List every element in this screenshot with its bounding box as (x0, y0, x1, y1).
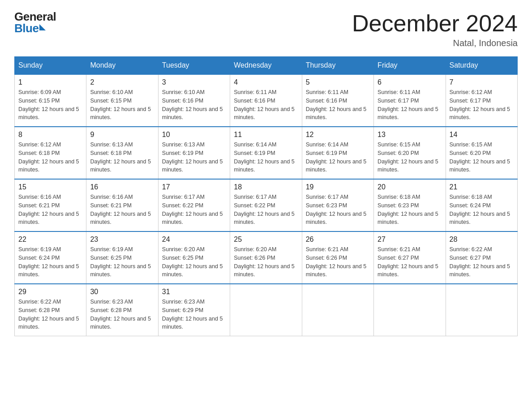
day-number: 1 (18, 78, 82, 86)
calendar-cell: 10Sunrise: 6:13 AMSunset: 6:19 PMDayligh… (158, 127, 230, 179)
calendar-cell: 6Sunrise: 6:11 AMSunset: 6:17 PMDaylight… (374, 74, 446, 127)
calendar-cell: 16Sunrise: 6:16 AMSunset: 6:21 PMDayligh… (86, 179, 158, 231)
day-number: 13 (378, 131, 442, 139)
calendar-cell: 19Sunrise: 6:17 AMSunset: 6:23 PMDayligh… (302, 179, 373, 231)
day-number: 17 (162, 183, 226, 191)
day-info: Sunrise: 6:19 AMSunset: 6:24 PMDaylight:… (18, 245, 82, 279)
calendar-cell: 26Sunrise: 6:21 AMSunset: 6:26 PMDayligh… (302, 231, 373, 284)
calendar-header-sunday: Sunday (15, 57, 86, 75)
page-header: General Blue December 2024 Natal, Indone… (14, 11, 518, 48)
calendar-cell: 13Sunrise: 6:15 AMSunset: 6:20 PMDayligh… (374, 127, 446, 179)
calendar-cell: 28Sunrise: 6:22 AMSunset: 6:27 PMDayligh… (446, 231, 517, 284)
logo-blue: Blue (14, 22, 39, 34)
day-info: Sunrise: 6:14 AMSunset: 6:19 PMDaylight:… (306, 141, 370, 174)
day-number: 6 (378, 78, 442, 86)
day-number: 3 (162, 78, 226, 86)
calendar-cell: 20Sunrise: 6:18 AMSunset: 6:23 PMDayligh… (374, 179, 446, 231)
location-subtitle: Natal, Indonesia (352, 38, 518, 48)
day-number: 7 (450, 78, 514, 86)
week-row-3: 15Sunrise: 6:16 AMSunset: 6:21 PMDayligh… (15, 179, 518, 231)
logo-triangle-icon (39, 24, 46, 30)
calendar-header-saturday: Saturday (446, 57, 517, 75)
calendar-cell (374, 284, 446, 336)
day-number: 27 (378, 235, 442, 244)
calendar-cell (446, 284, 517, 336)
calendar-header-wednesday: Wednesday (230, 57, 302, 75)
day-info: Sunrise: 6:12 AMSunset: 6:17 PMDaylight:… (450, 88, 514, 122)
calendar-cell: 31Sunrise: 6:23 AMSunset: 6:29 PMDayligh… (158, 284, 230, 336)
logo: General Blue (14, 11, 56, 34)
day-info: Sunrise: 6:20 AMSunset: 6:26 PMDaylight:… (234, 245, 298, 279)
day-info: Sunrise: 6:11 AMSunset: 6:16 PMDaylight:… (306, 88, 370, 122)
day-info: Sunrise: 6:16 AMSunset: 6:21 PMDaylight:… (90, 193, 154, 227)
calendar-header-monday: Monday (86, 57, 158, 75)
day-info: Sunrise: 6:14 AMSunset: 6:19 PMDaylight:… (234, 141, 298, 174)
day-info: Sunrise: 6:22 AMSunset: 6:27 PMDaylight:… (450, 245, 514, 279)
day-number: 30 (90, 288, 154, 296)
calendar-cell: 29Sunrise: 6:22 AMSunset: 6:28 PMDayligh… (15, 284, 86, 336)
day-number: 10 (162, 131, 226, 139)
day-number: 18 (234, 183, 298, 191)
day-info: Sunrise: 6:15 AMSunset: 6:20 PMDaylight:… (378, 141, 442, 174)
day-number: 12 (306, 131, 370, 139)
calendar-cell (302, 284, 373, 336)
calendar-cell: 2Sunrise: 6:10 AMSunset: 6:15 PMDaylight… (86, 74, 158, 127)
day-number: 9 (90, 131, 154, 139)
calendar-header-friday: Friday (374, 57, 446, 75)
day-info: Sunrise: 6:16 AMSunset: 6:21 PMDaylight:… (18, 193, 82, 227)
day-info: Sunrise: 6:09 AMSunset: 6:15 PMDaylight:… (18, 88, 82, 122)
week-row-4: 22Sunrise: 6:19 AMSunset: 6:24 PMDayligh… (15, 231, 518, 284)
calendar-cell (230, 284, 302, 336)
day-info: Sunrise: 6:23 AMSunset: 6:28 PMDaylight:… (90, 298, 154, 331)
calendar-cell: 8Sunrise: 6:12 AMSunset: 6:18 PMDaylight… (15, 127, 86, 179)
day-number: 2 (90, 78, 154, 86)
day-number: 29 (18, 288, 82, 296)
calendar-table: SundayMondayTuesdayWednesdayThursdayFrid… (14, 56, 518, 336)
title-section: December 2024 Natal, Indonesia (352, 11, 518, 48)
day-info: Sunrise: 6:21 AMSunset: 6:27 PMDaylight:… (378, 245, 442, 279)
day-info: Sunrise: 6:10 AMSunset: 6:15 PMDaylight:… (90, 88, 154, 122)
day-info: Sunrise: 6:17 AMSunset: 6:23 PMDaylight:… (306, 193, 370, 227)
calendar-header-row: SundayMondayTuesdayWednesdayThursdayFrid… (15, 57, 518, 75)
day-info: Sunrise: 6:21 AMSunset: 6:26 PMDaylight:… (306, 245, 370, 279)
day-info: Sunrise: 6:13 AMSunset: 6:18 PMDaylight:… (90, 141, 154, 174)
calendar-cell: 17Sunrise: 6:17 AMSunset: 6:22 PMDayligh… (158, 179, 230, 231)
day-info: Sunrise: 6:11 AMSunset: 6:16 PMDaylight:… (234, 88, 298, 122)
day-number: 21 (450, 183, 514, 191)
calendar-cell: 11Sunrise: 6:14 AMSunset: 6:19 PMDayligh… (230, 127, 302, 179)
logo-general: General (14, 11, 56, 22)
day-number: 24 (162, 235, 226, 244)
week-row-5: 29Sunrise: 6:22 AMSunset: 6:28 PMDayligh… (15, 284, 518, 336)
week-row-2: 8Sunrise: 6:12 AMSunset: 6:18 PMDaylight… (15, 127, 518, 179)
calendar-cell: 27Sunrise: 6:21 AMSunset: 6:27 PMDayligh… (374, 231, 446, 284)
calendar-cell: 4Sunrise: 6:11 AMSunset: 6:16 PMDaylight… (230, 74, 302, 127)
calendar-cell: 7Sunrise: 6:12 AMSunset: 6:17 PMDaylight… (446, 74, 517, 127)
calendar-cell: 25Sunrise: 6:20 AMSunset: 6:26 PMDayligh… (230, 231, 302, 284)
calendar-cell: 18Sunrise: 6:17 AMSunset: 6:22 PMDayligh… (230, 179, 302, 231)
day-info: Sunrise: 6:18 AMSunset: 6:23 PMDaylight:… (378, 193, 442, 227)
day-number: 15 (18, 183, 82, 191)
day-info: Sunrise: 6:11 AMSunset: 6:17 PMDaylight:… (378, 88, 442, 122)
calendar-header-tuesday: Tuesday (158, 57, 230, 75)
day-info: Sunrise: 6:17 AMSunset: 6:22 PMDaylight:… (234, 193, 298, 227)
month-title: December 2024 (352, 11, 518, 36)
day-info: Sunrise: 6:18 AMSunset: 6:24 PMDaylight:… (450, 193, 514, 227)
day-number: 28 (450, 235, 514, 244)
calendar-cell: 21Sunrise: 6:18 AMSunset: 6:24 PMDayligh… (446, 179, 517, 231)
day-number: 25 (234, 235, 298, 244)
day-number: 22 (18, 235, 82, 244)
day-number: 20 (378, 183, 442, 191)
day-info: Sunrise: 6:17 AMSunset: 6:22 PMDaylight:… (162, 193, 226, 227)
day-number: 23 (90, 235, 154, 244)
day-number: 16 (90, 183, 154, 191)
calendar-header-thursday: Thursday (302, 57, 373, 75)
calendar-cell: 3Sunrise: 6:10 AMSunset: 6:16 PMDaylight… (158, 74, 230, 127)
logo-text: General Blue (14, 11, 56, 34)
day-info: Sunrise: 6:12 AMSunset: 6:18 PMDaylight:… (18, 141, 82, 174)
calendar-cell: 30Sunrise: 6:23 AMSunset: 6:28 PMDayligh… (86, 284, 158, 336)
day-info: Sunrise: 6:10 AMSunset: 6:16 PMDaylight:… (162, 88, 226, 122)
calendar-cell: 23Sunrise: 6:19 AMSunset: 6:25 PMDayligh… (86, 231, 158, 284)
day-info: Sunrise: 6:23 AMSunset: 6:29 PMDaylight:… (162, 298, 226, 331)
calendar-cell: 22Sunrise: 6:19 AMSunset: 6:24 PMDayligh… (15, 231, 86, 284)
day-number: 26 (306, 235, 370, 244)
